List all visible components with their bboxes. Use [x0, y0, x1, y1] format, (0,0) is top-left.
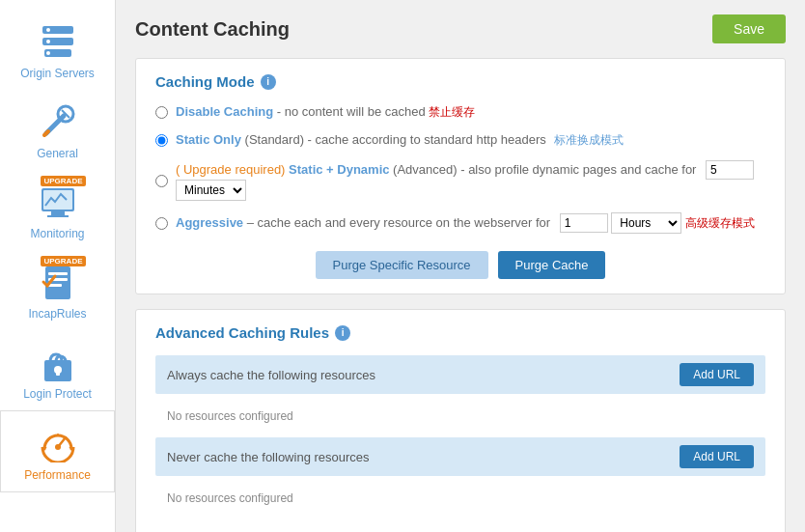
caching-mode-options: Disable Caching - no content will be cac…	[155, 104, 765, 234]
never-cache-rule-row: Never cache the following resources Add …	[155, 437, 765, 476]
svg-rect-14	[47, 215, 69, 217]
disable-caching-radio[interactable]	[155, 106, 168, 119]
dynamic-unit-select[interactable]: Minutes Hours	[176, 180, 246, 201]
static-only-radio[interactable]	[155, 134, 168, 147]
performance-icon	[34, 421, 82, 464]
static-dynamic-option: ( Upgrade required) Static + Dynamic (Ad…	[155, 160, 765, 201]
svg-rect-16	[48, 272, 68, 275]
sidebar-item-monitoring[interactable]: UPGRADE Monitoring	[0, 170, 115, 250]
static-dynamic-radio[interactable]	[155, 175, 168, 187]
static-only-annotation: 标准换成模式	[554, 133, 624, 147]
upgrade-badge-monitoring: UPGRADE	[41, 176, 85, 186]
sidebar-item-monitoring-label: Monitoring	[30, 227, 84, 240]
incaprules-icon: UPGRADE	[34, 260, 82, 303]
advanced-caching-info-icon[interactable]: i	[335, 325, 350, 341]
disable-desc: - no content will be cached	[277, 104, 426, 119]
save-button[interactable]: Save	[712, 14, 786, 43]
caching-mode-info-icon[interactable]: i	[261, 74, 276, 90]
upgrade-badge-incaprules: UPGRADE	[41, 256, 85, 266]
upgrade-required-text: ( Upgrade required)	[176, 162, 285, 177]
never-cache-label: Never cache the following resources	[167, 450, 370, 464]
dynamic-minutes-input[interactable]	[706, 160, 754, 180]
aggressive-unit-select[interactable]: Hours Minutes	[611, 212, 681, 234]
aggressive-option: Aggressive – cache each and every resour…	[155, 212, 765, 234]
static-dynamic-advanced: (Advanced) - also profile dynamic pages …	[393, 162, 696, 177]
sidebar-item-origin-servers-label: Origin Servers	[20, 67, 95, 80]
always-cache-no-resources: No resources configured	[155, 402, 765, 437]
sidebar: Origin Servers General UPGRADE Monito	[0, 0, 116, 532]
sidebar-item-login-protect[interactable]: Login Protect	[0, 330, 115, 410]
monitoring-icon: UPGRADE	[34, 180, 82, 223]
wrench-icon	[34, 99, 82, 143]
svg-rect-12	[43, 190, 72, 210]
purge-actions: Purge Specific Resource Purge Cache	[155, 251, 765, 279]
static-dynamic-label: Static + Dynamic	[289, 162, 393, 177]
aggressive-label: Aggressive	[176, 215, 243, 230]
sidebar-item-origin-servers[interactable]: Origin Servers	[0, 10, 115, 90]
aggressive-desc: – cache each and every resource on the w…	[247, 215, 550, 230]
aggressive-hours-input[interactable]	[560, 213, 608, 233]
login-icon	[34, 340, 82, 383]
caching-mode-title: Caching Mode i	[155, 73, 765, 90]
svg-rect-23	[56, 370, 60, 376]
sidebar-item-general-label: General	[37, 147, 78, 160]
svg-point-26	[55, 444, 61, 450]
svg-point-3	[46, 28, 50, 32]
servers-icon	[34, 19, 82, 63]
purge-cache-button[interactable]: Purge Cache	[498, 251, 606, 279]
advanced-caching-card: Advanced Caching Rules i Always cache th…	[135, 309, 786, 532]
sidebar-item-login-protect-label: Login Protect	[23, 387, 92, 401]
svg-point-4	[46, 40, 50, 43]
disable-caching-option: Disable Caching - no content will be cac…	[155, 104, 765, 121]
never-cache-no-resources: No resources configured	[155, 484, 765, 519]
static-only-option: Static Only (Standard) - cache according…	[155, 132, 765, 149]
never-cache-add-url-button[interactable]: Add URL	[680, 445, 754, 468]
always-cache-label: Always cache the following resources	[167, 368, 375, 382]
svg-line-9	[44, 131, 48, 135]
static-only-standard: (Standard) - cache according to standard…	[245, 132, 546, 147]
sidebar-item-incaprules[interactable]: UPGRADE IncapRules	[0, 250, 115, 330]
page-header: Content Caching Save	[135, 14, 786, 43]
aggressive-radio[interactable]	[155, 217, 168, 230]
sidebar-item-incaprules-label: IncapRules	[28, 307, 86, 321]
page-title: Content Caching	[135, 18, 290, 41]
aggressive-annotation: 高级缓存模式	[685, 216, 755, 230]
sidebar-item-general[interactable]: General	[0, 90, 115, 170]
purge-specific-button[interactable]: Purge Specific Resource	[316, 251, 488, 279]
main-content: Content Caching Save Caching Mode i Disa…	[116, 0, 805, 532]
always-cache-add-url-button[interactable]: Add URL	[680, 363, 754, 386]
sidebar-item-performance[interactable]: Performance	[0, 410, 115, 492]
disable-annotation: 禁止缓存	[429, 105, 475, 119]
static-only-label: Static Only	[176, 132, 241, 147]
sidebar-item-performance-label: Performance	[24, 468, 91, 482]
caching-mode-card: Caching Mode i Disable Caching - no cont…	[135, 58, 786, 294]
svg-point-6	[46, 51, 50, 55]
always-cache-rule-row: Always cache the following resources Add…	[155, 355, 765, 394]
disable-label: Disable Caching	[176, 104, 273, 119]
advanced-caching-title: Advanced Caching Rules i	[155, 324, 765, 341]
svg-rect-13	[51, 211, 65, 215]
